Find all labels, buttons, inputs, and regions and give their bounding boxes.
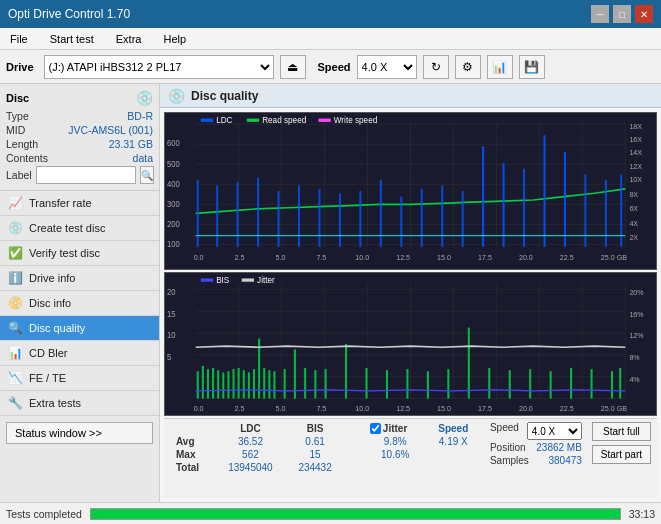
sidebar-item-create-test-disc[interactable]: 💿 Create test disc bbox=[0, 216, 159, 241]
menu-extra[interactable]: Extra bbox=[110, 31, 148, 47]
svg-rect-90 bbox=[202, 366, 204, 399]
svg-rect-117 bbox=[488, 368, 490, 399]
minimize-button[interactable]: ─ bbox=[591, 5, 609, 23]
stats-area: LDC BIS Jitter Speed bbox=[164, 418, 657, 498]
svg-rect-95 bbox=[227, 371, 229, 398]
main-layout: Disc 💿 Type BD-R MID JVC-AMS6L (001) Len… bbox=[0, 84, 661, 502]
svg-text:7.5: 7.5 bbox=[316, 403, 326, 412]
svg-text:600: 600 bbox=[167, 139, 180, 148]
svg-rect-121 bbox=[570, 368, 572, 399]
disc-length-value: 23.31 GB bbox=[109, 138, 153, 150]
menu-file[interactable]: File bbox=[4, 31, 34, 47]
svg-rect-38 bbox=[605, 180, 607, 247]
speed-label: Speed bbox=[318, 61, 351, 73]
drive-select[interactable]: (J:) ATAPI iHBS312 2 PL17 bbox=[44, 55, 274, 79]
sidebar-item-fe-te[interactable]: 📉 FE / TE bbox=[0, 366, 159, 391]
titlebar: Opti Drive Control 1.70 ─ □ ✕ bbox=[0, 0, 661, 28]
svg-text:7.5: 7.5 bbox=[316, 253, 326, 262]
progress-bar-container bbox=[90, 508, 621, 520]
svg-text:10.0: 10.0 bbox=[355, 253, 369, 262]
svg-rect-21 bbox=[257, 178, 259, 247]
sidebar-item-cd-bler[interactable]: 📊 CD Bler bbox=[0, 341, 159, 366]
sidebar-item-extra-tests[interactable]: 🔧 Extra tests bbox=[0, 391, 159, 416]
svg-rect-107 bbox=[304, 368, 306, 399]
sidebar-menu: 📈 Transfer rate 💿 Create test disc ✅ Ver… bbox=[0, 191, 159, 416]
menu-start-test[interactable]: Start test bbox=[44, 31, 100, 47]
svg-text:16%: 16% bbox=[629, 310, 644, 319]
col-jitter: Jitter bbox=[364, 422, 427, 435]
svg-rect-122 bbox=[591, 369, 593, 398]
svg-rect-91 bbox=[207, 369, 209, 398]
fe-te-icon: 📉 bbox=[8, 371, 23, 385]
start-full-button[interactable]: Start full bbox=[592, 422, 651, 441]
status-time: 33:13 bbox=[629, 508, 655, 520]
svg-text:300: 300 bbox=[167, 199, 180, 208]
svg-rect-89 bbox=[197, 371, 199, 398]
sidebar-item-disc-quality-label: Disc quality bbox=[29, 322, 85, 334]
jitter-checkbox[interactable] bbox=[370, 423, 381, 434]
sidebar-item-cd-bler-label: CD Bler bbox=[29, 347, 68, 359]
samples-value: 380473 bbox=[548, 455, 581, 466]
svg-rect-111 bbox=[365, 368, 367, 399]
disc-label-input[interactable] bbox=[36, 166, 136, 184]
svg-rect-42 bbox=[247, 119, 259, 122]
svg-rect-112 bbox=[386, 370, 388, 398]
sidebar-item-drive-info[interactable]: ℹ️ Drive info bbox=[0, 266, 159, 291]
start-part-button[interactable]: Start part bbox=[592, 445, 651, 464]
disc-panel: Disc 💿 Type BD-R MID JVC-AMS6L (001) Len… bbox=[0, 84, 159, 191]
speed-dropdown[interactable]: 4.0 X bbox=[527, 422, 582, 440]
svg-rect-124 bbox=[619, 368, 621, 399]
disc-icon: 💿 bbox=[136, 90, 153, 106]
svg-text:100: 100 bbox=[167, 240, 180, 249]
position-section: Speed 4.0 X Position 23862 MB Samples 38… bbox=[490, 422, 582, 466]
svg-rect-96 bbox=[233, 369, 235, 398]
chart-button[interactable]: 📊 bbox=[487, 55, 513, 79]
svg-rect-102 bbox=[263, 368, 265, 399]
sidebar-item-disc-info[interactable]: 📀 Disc info bbox=[0, 291, 159, 316]
sidebar-item-disc-quality[interactable]: 🔍 Disc quality bbox=[0, 316, 159, 341]
svg-text:0.0: 0.0 bbox=[194, 403, 204, 412]
col-speed: Speed bbox=[427, 422, 480, 435]
disc-label-btn[interactable]: 🔍 bbox=[140, 166, 154, 184]
svg-text:14X: 14X bbox=[629, 148, 642, 157]
transfer-rate-icon: 📈 bbox=[8, 196, 23, 210]
maximize-button[interactable]: □ bbox=[613, 5, 631, 23]
status-window-button[interactable]: Status window >> bbox=[6, 422, 153, 444]
sidebar-item-transfer-rate[interactable]: 📈 Transfer rate bbox=[0, 191, 159, 216]
close-button[interactable]: ✕ bbox=[635, 5, 653, 23]
svg-text:17.5: 17.5 bbox=[478, 253, 492, 262]
svg-rect-28 bbox=[400, 197, 402, 247]
svg-rect-98 bbox=[243, 370, 245, 398]
svg-rect-93 bbox=[217, 370, 219, 398]
svg-rect-29 bbox=[421, 189, 423, 247]
charts-area: LDC Read speed Write speed 600 500 400 3… bbox=[160, 108, 661, 502]
eject-button[interactable]: ⏏ bbox=[280, 55, 306, 79]
svg-rect-113 bbox=[406, 369, 408, 398]
col-bis: BIS bbox=[286, 422, 344, 435]
svg-text:4%: 4% bbox=[629, 375, 640, 384]
svg-rect-24 bbox=[318, 189, 320, 247]
refresh-button[interactable]: ↻ bbox=[423, 55, 449, 79]
speed-select[interactable]: 4.0 X 1.0 X 2.0 X 8.0 X bbox=[357, 55, 417, 79]
sidebar-item-verify-test-disc[interactable]: ✅ Verify test disc bbox=[0, 241, 159, 266]
disc-contents-value: data bbox=[133, 152, 153, 164]
menu-help[interactable]: Help bbox=[157, 31, 192, 47]
progress-bar-fill bbox=[91, 509, 620, 519]
menubar: File Start test Extra Help bbox=[0, 28, 661, 50]
svg-rect-92 bbox=[212, 368, 214, 399]
svg-rect-33 bbox=[503, 163, 505, 247]
svg-rect-100 bbox=[253, 369, 255, 398]
svg-rect-108 bbox=[314, 370, 316, 398]
sidebar-item-create-test-disc-label: Create test disc bbox=[29, 222, 105, 234]
chart1-container: LDC Read speed Write speed 600 500 400 3… bbox=[164, 112, 657, 270]
svg-text:12%: 12% bbox=[629, 331, 644, 340]
sidebar-item-drive-info-label: Drive info bbox=[29, 272, 75, 284]
sidebar-item-extra-tests-label: Extra tests bbox=[29, 397, 81, 409]
svg-rect-105 bbox=[284, 369, 286, 398]
statusbar: Tests completed 33:13 bbox=[0, 502, 661, 524]
svg-text:15: 15 bbox=[167, 310, 176, 319]
drive-label: Drive bbox=[6, 61, 34, 73]
svg-text:2X: 2X bbox=[629, 233, 638, 242]
settings-button[interactable]: ⚙ bbox=[455, 55, 481, 79]
save-button[interactable]: 💾 bbox=[519, 55, 545, 79]
